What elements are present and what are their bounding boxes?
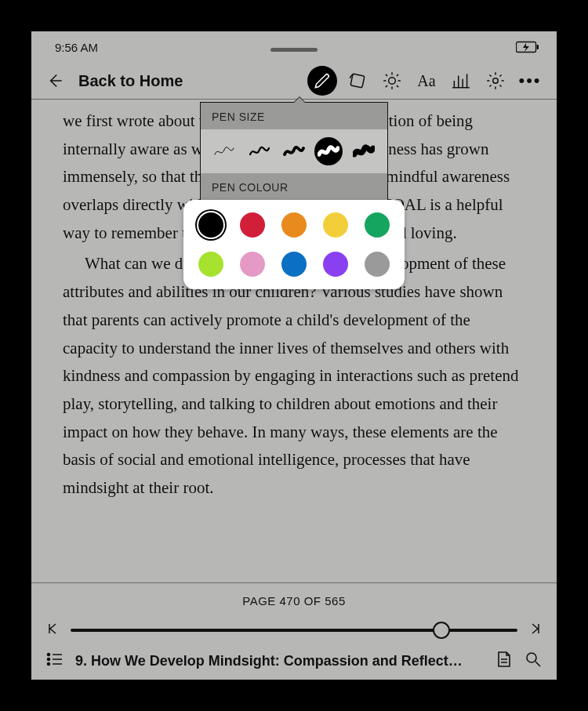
colour-swatch-6[interactable] xyxy=(240,252,265,277)
pen-size-row xyxy=(201,129,387,173)
colour-swatch-3[interactable] xyxy=(323,212,348,238)
progress-slider[interactable] xyxy=(71,629,517,632)
back-arrow-icon[interactable] xyxy=(41,67,69,95)
notes-icon[interactable] xyxy=(494,650,513,672)
colour-swatch-4[interactable] xyxy=(365,212,390,238)
colour-swatch-8[interactable] xyxy=(323,252,348,277)
svg-point-5 xyxy=(48,654,50,656)
more-dots-icon: ••• xyxy=(518,72,541,89)
svg-rect-2 xyxy=(350,74,365,88)
top-toolbar: Back to Home Aa ••• xyxy=(31,63,557,99)
rotate-button[interactable] xyxy=(343,67,372,95)
colour-swatch-0[interactable] xyxy=(198,212,223,238)
reader-screen: 9:56 AM Back to Home Aa ••• we xyxy=(31,31,557,680)
svg-point-6 xyxy=(48,658,50,661)
pen-size-5[interactable] xyxy=(350,137,378,165)
search-icon[interactable] xyxy=(524,650,543,672)
go-end-button[interactable] xyxy=(528,622,543,639)
drag-handle[interactable] xyxy=(270,48,318,52)
pen-tool-button[interactable] xyxy=(307,66,337,96)
clock: 9:56 AM xyxy=(55,41,98,54)
pen-colour-panel xyxy=(183,200,405,289)
colour-swatch-9[interactable] xyxy=(365,252,390,277)
stats-button[interactable] xyxy=(447,67,475,95)
chapter-bar: 9. How We Develop Mindsight: Compassion … xyxy=(45,650,543,672)
pen-popover: PEN SIZE PEN COLOUR xyxy=(200,102,388,279)
pen-size-3[interactable] xyxy=(280,137,308,165)
svg-point-8 xyxy=(527,653,536,662)
back-to-home-button[interactable]: Back to Home xyxy=(78,72,183,90)
colour-swatch-5[interactable] xyxy=(198,252,223,277)
pen-size-2[interactable] xyxy=(245,137,274,165)
settings-button[interactable] xyxy=(481,67,510,95)
colour-grid xyxy=(198,212,390,277)
svg-rect-1 xyxy=(537,45,539,49)
svg-point-7 xyxy=(48,663,50,666)
slider-thumb[interactable] xyxy=(433,622,450,639)
go-start-button[interactable] xyxy=(45,622,60,639)
colour-swatch-1[interactable] xyxy=(240,212,265,238)
bottom-bar: PAGE 470 OF 565 9. How We Develop Mindsi… xyxy=(31,582,557,680)
colour-swatch-2[interactable] xyxy=(281,212,307,238)
pen-size-label: PEN SIZE xyxy=(201,103,387,129)
pen-size-4[interactable] xyxy=(314,137,343,165)
page-number-label: PAGE 470 OF 565 xyxy=(45,594,543,608)
progress-slider-row xyxy=(45,622,543,639)
pen-size-1[interactable] xyxy=(210,137,238,165)
status-bar: 9:56 AM xyxy=(31,31,557,63)
svg-point-3 xyxy=(389,78,396,85)
font-button[interactable]: Aa xyxy=(412,67,441,95)
chapter-title[interactable]: 9. How We Develop Mindsight: Compassion … xyxy=(75,653,483,669)
brightness-button[interactable] xyxy=(378,67,406,95)
colour-swatch-7[interactable] xyxy=(281,252,307,277)
toc-icon[interactable] xyxy=(45,650,64,672)
more-button[interactable]: ••• xyxy=(516,67,544,95)
svg-point-4 xyxy=(493,78,499,84)
battery-charging-icon xyxy=(516,41,539,53)
pen-colour-label: PEN COLOUR xyxy=(201,173,387,200)
